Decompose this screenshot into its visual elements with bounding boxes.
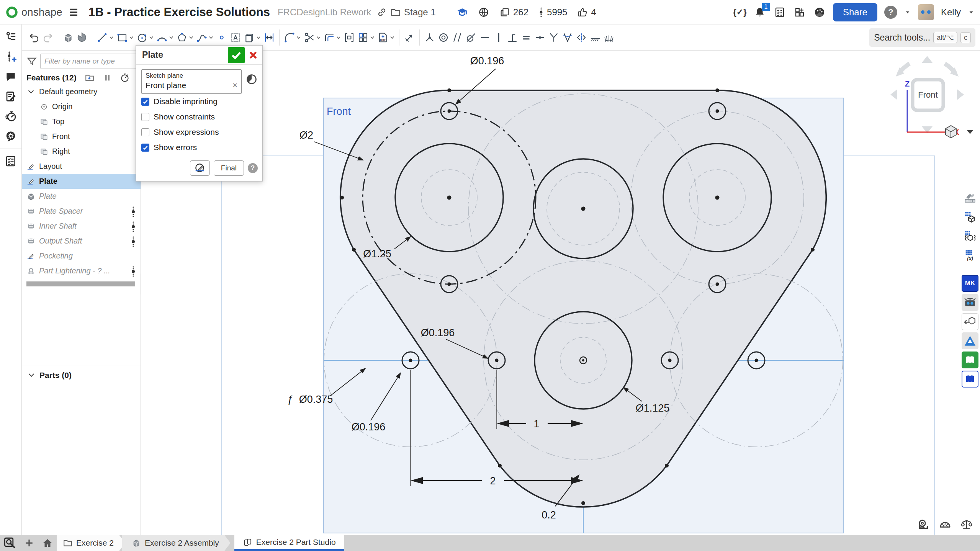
dxf-caret-icon[interactable]: [389, 35, 395, 40]
feature-row-origin[interactable]: Origin: [22, 99, 141, 114]
arc-caret-icon[interactable]: [169, 35, 174, 40]
feature-row-plate[interactable]: Plate: [22, 174, 141, 189]
avatar[interactable]: [918, 4, 934, 20]
parts-header[interactable]: Parts (0): [22, 366, 141, 380]
checkbox[interactable]: [141, 113, 149, 121]
point-tool[interactable]: [215, 30, 229, 45]
c_vert-tool[interactable]: [492, 30, 506, 45]
rect-caret-icon[interactable]: [129, 35, 134, 40]
help-button[interactable]: ?: [884, 6, 897, 19]
tab-search-icon[interactable]: [0, 535, 20, 551]
notifications-bell-icon[interactable]: 1: [753, 6, 766, 19]
mass-scale-icon[interactable]: [960, 518, 973, 531]
tab-exercise-2-part-studio[interactable]: Exercise 2 Part Studio: [234, 535, 344, 551]
polygon-caret-icon[interactable]: [188, 35, 194, 40]
c_fix-tool[interactable]: [588, 30, 602, 45]
rollback-bar[interactable]: [26, 281, 135, 286]
appearance-icon[interactable]: [962, 189, 978, 206]
cancel-button[interactable]: [246, 49, 260, 62]
circle-tool[interactable]: [135, 30, 155, 45]
theme-palette-icon[interactable]: [813, 6, 826, 19]
regen-time-icon[interactable]: [120, 73, 130, 83]
feature-row-front[interactable]: Front: [22, 129, 141, 144]
search-gear-icon[interactable]: [3, 129, 18, 144]
feature-row-default-geometry[interactable]: Default geometry: [22, 84, 141, 99]
checklist-icon[interactable]: [3, 154, 18, 169]
notes-icon[interactable]: [3, 89, 18, 104]
arc-tool[interactable]: [155, 30, 175, 45]
link-icon[interactable]: [376, 7, 387, 18]
feature-row-top[interactable]: Top: [22, 114, 141, 129]
stat-copies-icon[interactable]: 262: [499, 7, 528, 18]
filter-input[interactable]: [40, 54, 143, 69]
offset-tool[interactable]: [322, 30, 342, 45]
patlin-tool[interactable]: [342, 30, 356, 45]
fillet-tool[interactable]: [283, 30, 303, 45]
apps-marketplace-icon[interactable]: [793, 6, 806, 19]
var-table-brace-icon[interactable]: [962, 227, 978, 244]
c_eq-tool[interactable]: [519, 30, 533, 45]
c_sym-tool[interactable]: [574, 30, 588, 45]
feature-dots-handle[interactable]: [130, 221, 137, 232]
c_coin-tool[interactable]: [423, 30, 437, 45]
circle-caret-icon[interactable]: [149, 35, 154, 40]
export-app-icon[interactable]: [962, 313, 978, 330]
c_curv-tool[interactable]: [602, 30, 616, 45]
main-menu-icon[interactable]: [68, 7, 79, 18]
feature-dots-handle[interactable]: [130, 265, 137, 277]
stat-likes-icon[interactable]: 4: [577, 7, 596, 18]
trim-tool[interactable]: [303, 30, 322, 45]
feature-dots-handle[interactable]: [130, 206, 137, 217]
text-tool[interactable]: [229, 30, 242, 45]
filter-funnel-icon[interactable]: [26, 56, 37, 67]
breadcrumb-folder[interactable]: Stage 1: [404, 7, 436, 18]
view-spin-arrows[interactable]: [899, 64, 955, 74]
undo-tool[interactable]: [27, 30, 41, 45]
polygon-tool[interactable]: [175, 30, 195, 45]
patgrid-tool[interactable]: [356, 30, 376, 45]
c_conc-tool[interactable]: [437, 30, 450, 45]
comment-icon[interactable]: [3, 69, 18, 84]
feature-row-plate[interactable]: Plate: [22, 189, 141, 204]
c_perp-tool[interactable]: [506, 30, 519, 45]
spline-tool[interactable]: [195, 30, 215, 45]
var-table-icon[interactable]: [962, 208, 978, 225]
user-caret-icon[interactable]: [968, 9, 975, 16]
feature-row-right[interactable]: Right: [22, 144, 141, 159]
line-tool[interactable]: [95, 30, 115, 45]
dxf-tool[interactable]: DXF: [376, 30, 396, 45]
feature-row-pocketing[interactable]: Pocketing: [22, 249, 141, 263]
spline-caret-icon[interactable]: [208, 35, 214, 40]
redo-tool[interactable]: [41, 30, 55, 45]
feature-row-output-shaft[interactable]: Output Shaft: [22, 234, 141, 249]
home-tab-button[interactable]: [38, 535, 57, 551]
user-name[interactable]: Kelly: [941, 7, 961, 18]
rect-tool[interactable]: [115, 30, 135, 45]
sketch-plane-field[interactable]: Sketch plane Front plane ×: [141, 69, 242, 94]
view-mode-cube-icon[interactable]: [946, 126, 956, 138]
tab-exercise-2[interactable]: Exercise 2: [57, 535, 125, 551]
breadcrumb[interactable]: Stage 1: [376, 7, 436, 18]
c_tan-tool[interactable]: [464, 30, 478, 45]
revolve-tool[interactable]: [75, 30, 89, 45]
c_par-tool[interactable]: [450, 30, 464, 45]
clear-selection-icon[interactable]: ×: [232, 80, 237, 90]
tape-measure-icon[interactable]: [917, 518, 930, 531]
c_norm-tool[interactable]: [561, 30, 574, 45]
confirm-button[interactable]: [228, 47, 245, 63]
graphics-area[interactable]: Ø0.196 Ø2 Ø1.25 ƒ Ø0.375 Ø0.196 Ø0.196 Ø…: [141, 51, 980, 535]
blue-book-icon[interactable]: [962, 371, 978, 387]
triangle-app-icon[interactable]: [962, 332, 978, 349]
checkbox[interactable]: [141, 98, 149, 106]
c_pierce-tool[interactable]: [547, 30, 561, 45]
extrude-tool[interactable]: [61, 30, 75, 45]
feature-list-icon[interactable]: [3, 29, 18, 44]
c_mid-tool[interactable]: [533, 30, 547, 45]
robot-app-icon[interactable]: [962, 294, 978, 311]
feature-row-part-lightening-[interactable]: Part Lightening - ? ...: [22, 263, 141, 278]
feature-row-inner-shaft[interactable]: Inner Shaft: [22, 219, 141, 234]
line-caret-icon[interactable]: [109, 35, 114, 40]
new-tab-button[interactable]: [20, 535, 38, 551]
slot-tool[interactable]: [242, 30, 262, 45]
c_horiz-tool[interactable]: [478, 30, 492, 45]
